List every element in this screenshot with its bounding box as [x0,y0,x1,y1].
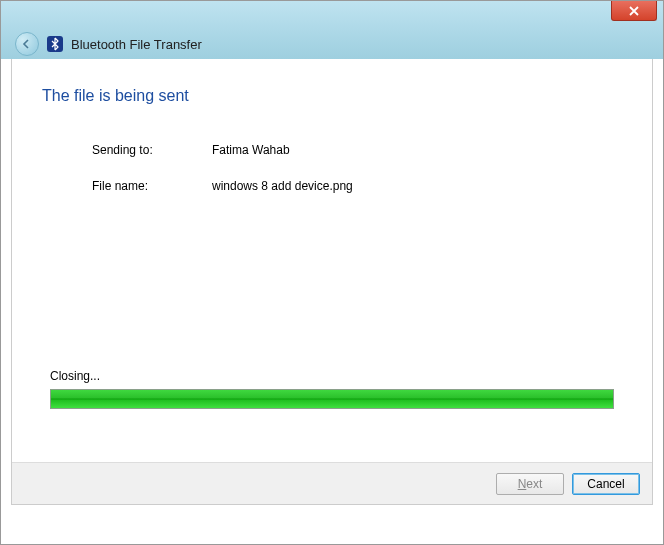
progress-section: Closing... [50,369,614,409]
wizard-header: Bluetooth File Transfer [1,29,663,59]
sending-to-value: Fatima Wahab [212,143,622,157]
content-area: The file is being sent Sending to: Fatim… [11,59,653,505]
cancel-button[interactable]: Cancel [572,473,640,495]
sending-to-label: Sending to: [92,143,212,157]
progress-status-label: Closing... [50,369,614,383]
back-arrow-icon [21,38,33,50]
close-icon [629,6,639,16]
progress-fill [51,390,613,408]
next-button[interactable]: Next [496,473,564,495]
page-heading: The file is being sent [42,87,622,105]
close-button[interactable] [611,1,657,21]
filename-value: windows 8 add device.png [212,179,622,193]
transfer-details: Sending to: Fatima Wahab File name: wind… [92,143,622,193]
filename-label: File name: [92,179,212,193]
bluetooth-icon [47,36,63,52]
wizard-title: Bluetooth File Transfer [71,37,202,52]
back-button[interactable] [15,32,39,56]
progress-bar [50,389,614,409]
titlebar [1,1,663,29]
button-footer: Next Cancel [12,462,652,504]
